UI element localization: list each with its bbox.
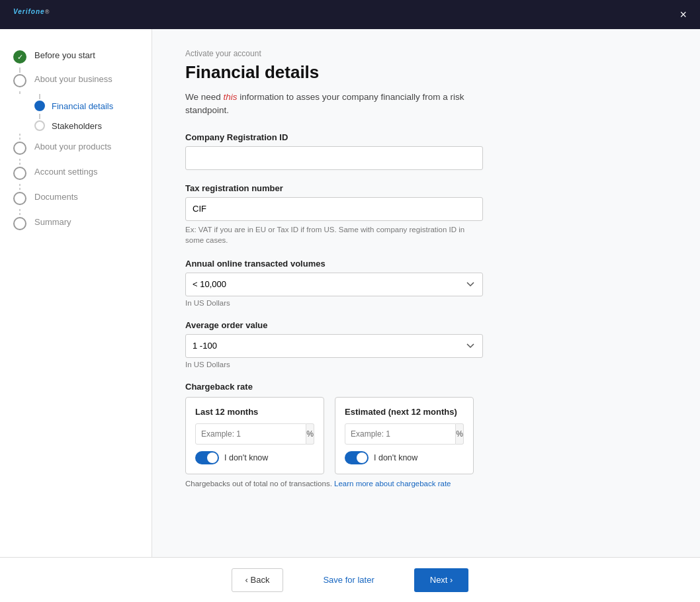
chargeback-last-toggle-row: I don't know bbox=[195, 451, 314, 464]
footer: ‹ Back Save for later Next › bbox=[0, 557, 700, 602]
avg-order-note: In US Dollars bbox=[185, 361, 667, 368]
avg-order-label: Average order value bbox=[185, 320, 667, 330]
connector-2 bbox=[19, 91, 21, 94]
connector-5 bbox=[19, 184, 21, 191]
sub-indicator-stakeholders bbox=[34, 120, 45, 131]
sub-connector-1 bbox=[39, 94, 40, 99]
chargeback-last-toggle-label: I don't know bbox=[224, 453, 268, 462]
chargeback-last-input[interactable] bbox=[195, 423, 306, 445]
step-indicator-documents bbox=[13, 192, 26, 205]
chargeback-last-percent: % bbox=[306, 423, 314, 445]
connector-6 bbox=[19, 209, 21, 216]
breadcrumb: Activate your account bbox=[185, 49, 667, 58]
sidebar-item-stakeholders[interactable]: Stakeholders bbox=[34, 120, 138, 131]
next-button[interactable]: Next › bbox=[414, 568, 469, 592]
sidebar-label-about-your-business: About your business bbox=[34, 73, 112, 84]
sidebar-label-before-you-start: Before you start bbox=[34, 49, 95, 60]
page-title: Financial details bbox=[185, 62, 667, 83]
back-button[interactable]: ‹ Back bbox=[232, 568, 284, 592]
company-reg-label: Company Registration ID bbox=[185, 132, 667, 142]
sidebar-item-about-your-business[interactable]: About your business bbox=[13, 73, 138, 87]
sidebar-label-documents: Documents bbox=[34, 191, 78, 202]
sidebar-item-account-settings[interactable]: Account settings bbox=[13, 165, 138, 180]
chargeback-est-percent: % bbox=[456, 423, 464, 445]
chargeback-last-title: Last 12 months bbox=[195, 407, 314, 417]
annual-volume-select[interactable]: < 10,000 10,000 - 50,000 50,000 - 100,00… bbox=[185, 273, 483, 296]
step-indicator-before-you-start: ✓ bbox=[13, 50, 26, 64]
page-description: We need this information to asses your c… bbox=[185, 91, 483, 118]
sidebar-item-about-your-products[interactable]: About your products bbox=[13, 140, 138, 155]
sidebar-label-account-settings: Account settings bbox=[34, 165, 97, 177]
sidebar-label-financial-details: Financial details bbox=[52, 101, 113, 111]
chargeback-est-toggle[interactable] bbox=[345, 451, 369, 464]
chargeback-est-title: Estimated (next 12 months) bbox=[345, 407, 464, 417]
annual-volume-note: In US Dollars bbox=[185, 299, 667, 307]
sidebar-item-summary[interactable]: Summary bbox=[13, 216, 138, 230]
chargeback-last-toggle[interactable] bbox=[195, 451, 219, 464]
connector-3 bbox=[19, 134, 21, 140]
chargeback-note: Chargebacks out of total no of transacti… bbox=[185, 480, 483, 488]
step-indicator-account-settings bbox=[13, 167, 26, 180]
content-area: Activate your account Financial details … bbox=[152, 29, 700, 557]
connector-1 bbox=[19, 67, 21, 73]
app-header: Verifone® × bbox=[0, 0, 700, 29]
save-for-later-button[interactable]: Save for later bbox=[323, 575, 374, 585]
company-reg-group: Company Registration ID bbox=[185, 132, 667, 170]
chargeback-est-toggle-row: I don't know bbox=[345, 451, 464, 464]
chargeback-box-last: Last 12 months % I don't know bbox=[185, 397, 324, 474]
description-highlight: this bbox=[224, 92, 238, 102]
logo-superscript: ® bbox=[45, 9, 50, 15]
connector-4 bbox=[19, 159, 21, 165]
company-reg-input[interactable] bbox=[185, 146, 483, 170]
app-logo: Verifone® bbox=[13, 7, 50, 22]
chargeback-est-toggle-label: I don't know bbox=[374, 453, 417, 462]
chargeback-section: Chargeback rate Last 12 months % I don't… bbox=[185, 382, 667, 488]
sidebar-subitems-financial: Financial details Stakeholders bbox=[34, 94, 138, 131]
sub-connector-2 bbox=[39, 114, 40, 119]
tax-reg-input[interactable] bbox=[185, 197, 483, 221]
sidebar-item-documents[interactable]: Documents bbox=[13, 191, 138, 205]
step-indicator-about-your-products bbox=[13, 142, 26, 155]
chargeback-est-input[interactable] bbox=[345, 423, 456, 445]
tax-reg-hint: Ex: VAT if you are in EU or Tax ID if fr… bbox=[185, 224, 483, 245]
tax-reg-label: Tax registration number bbox=[185, 183, 667, 193]
chargeback-label: Chargeback rate bbox=[185, 382, 667, 392]
chargeback-est-input-row: % bbox=[345, 423, 464, 445]
sidebar-label-summary: Summary bbox=[34, 216, 71, 227]
sub-indicator-financial-details bbox=[34, 101, 45, 111]
sidebar-item-before-you-start[interactable]: ✓ Before you start bbox=[13, 49, 138, 64]
sidebar-item-financial-details[interactable]: Financial details bbox=[34, 101, 138, 111]
chargeback-last-input-row: % bbox=[195, 423, 314, 445]
tax-reg-group: Tax registration number Ex: VAT if you a… bbox=[185, 183, 667, 245]
sidebar-label-stakeholders: Stakeholders bbox=[52, 121, 102, 131]
chargeback-boxes: Last 12 months % I don't know Estimated … bbox=[185, 397, 667, 474]
sidebar-label-about-your-products: About your products bbox=[34, 140, 111, 151]
chargeback-learn-more-link[interactable]: Learn more about chargeback rate bbox=[334, 480, 451, 488]
annual-volume-label: Annual online transacted volumes bbox=[185, 259, 667, 269]
main-container: ✓ Before you start About your business F… bbox=[0, 29, 700, 557]
description-text-1: We need bbox=[185, 92, 224, 102]
chargeback-note-text: Chargebacks out of total no of transacti… bbox=[185, 480, 334, 488]
step-indicator-about-your-business bbox=[13, 74, 26, 87]
sidebar: ✓ Before you start About your business F… bbox=[0, 29, 152, 557]
close-button[interactable]: × bbox=[679, 8, 687, 22]
avg-order-select[interactable]: 1 -100 100 - 500 500 - 1000 > 1000 bbox=[185, 334, 483, 358]
step-indicator-summary bbox=[13, 217, 26, 230]
annual-volume-group: Annual online transacted volumes < 10,00… bbox=[185, 259, 667, 307]
chargeback-box-est: Estimated (next 12 months) % I don't kno… bbox=[335, 397, 474, 474]
avg-order-group: Average order value 1 -100 100 - 500 500… bbox=[185, 320, 667, 368]
